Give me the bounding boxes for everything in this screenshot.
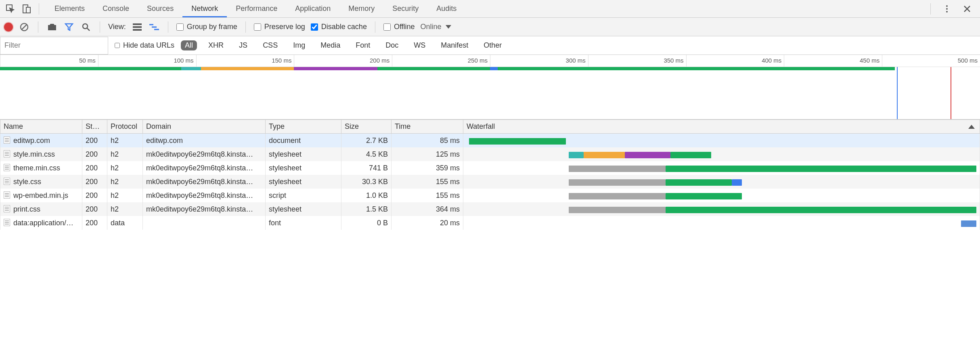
col-protocol[interactable]: Protocol <box>107 120 143 134</box>
table-header-row: Name St… Protocol Domain Type Size Time … <box>0 120 980 134</box>
table-cell: style.min.css <box>0 147 82 161</box>
table-cell: 30.3 KB <box>341 175 392 189</box>
type-filter-doc[interactable]: Doc <box>381 40 402 50</box>
file-icon <box>4 178 10 185</box>
clear-icon[interactable] <box>19 21 30 33</box>
filter-icon[interactable] <box>63 21 75 33</box>
disable-cache-label: Disable cache <box>321 23 367 31</box>
type-filter-other[interactable]: Other <box>480 40 506 50</box>
table-row[interactable]: style.css200h2mk0editwpoy6e29m6tq8.kinst… <box>0 175 980 189</box>
waterfall-cell <box>463 134 980 148</box>
preserve-log-label: Preserve log <box>264 23 305 31</box>
waterfall-segment <box>666 193 742 199</box>
table-cell: mk0editwpoy6e29m6tq8.kinsta… <box>143 175 266 189</box>
waterfall-segment <box>961 220 976 227</box>
hide-data-urls-label: Hide data URLs <box>123 41 174 50</box>
svg-rect-9 <box>133 26 142 28</box>
table-row[interactable]: data:application/…200datafont0 B20 ms <box>0 216 980 230</box>
waterfall-segment <box>666 166 976 172</box>
group-by-frame-checkbox[interactable]: Group by frame <box>176 23 237 31</box>
view-waterfall-icon[interactable] <box>149 21 160 33</box>
waterfall-cell <box>463 175 980 189</box>
waterfall-segment <box>584 152 624 158</box>
table-row[interactable]: style.min.css200h2mk0editwpoy6e29m6tq8.k… <box>0 147 980 161</box>
table-cell: data:application/… <box>0 216 82 230</box>
table-cell: 1.0 KB <box>341 189 392 202</box>
table-cell: wp-embed.min.js <box>0 189 82 202</box>
type-filter-css[interactable]: CSS <box>259 40 282 50</box>
divider <box>168 21 168 33</box>
tab-audits[interactable]: Audits <box>427 0 465 17</box>
table-cell: data <box>107 216 143 230</box>
table-row[interactable]: print.css200h2mk0editwpoy6e29m6tq8.kinst… <box>0 202 980 216</box>
overview-bars <box>0 67 980 71</box>
waterfall-segment <box>569 166 666 172</box>
overview-segment <box>201 67 294 70</box>
type-filter-js[interactable]: JS <box>235 40 251 50</box>
tab-elements[interactable]: Elements <box>46 0 94 17</box>
svg-point-7 <box>83 24 88 29</box>
preserve-log-checkbox[interactable]: Preserve log <box>254 23 305 31</box>
col-time[interactable]: Time <box>392 120 463 134</box>
timeline-overview[interactable]: 50 ms100 ms150 ms200 ms250 ms300 ms350 m… <box>0 55 980 120</box>
offline-checkbox[interactable]: Offline <box>383 23 415 31</box>
table-cell: 85 ms <box>392 134 463 148</box>
table-cell: h2 <box>107 175 143 189</box>
col-type[interactable]: Type <box>266 120 341 134</box>
file-icon <box>4 150 10 157</box>
search-icon[interactable] <box>80 21 92 33</box>
col-name[interactable]: Name <box>0 120 82 134</box>
close-icon[interactable] <box>959 1 975 17</box>
divider <box>39 3 39 15</box>
ruler-tick: 350 ms <box>588 55 686 67</box>
more-menu-icon[interactable] <box>939 1 955 17</box>
filter-input[interactable] <box>0 37 108 55</box>
hide-data-urls-checkbox[interactable]: Hide data URLs <box>115 41 174 50</box>
waterfall-segment <box>670 152 711 158</box>
inspect-element-icon[interactable] <box>2 1 19 17</box>
type-filter-all[interactable]: All <box>181 40 197 50</box>
table-row[interactable]: theme.min.css200h2mk0editwpoy6e29m6tq8.k… <box>0 161 980 175</box>
table-cell: style.css <box>0 175 82 189</box>
overview-segment <box>377 67 490 70</box>
capture-screenshots-icon[interactable] <box>46 21 58 33</box>
table-cell: mk0editwpoy6e29m6tq8.kinsta… <box>143 202 266 216</box>
tab-security[interactable]: Security <box>383 0 427 17</box>
table-cell: h2 <box>107 202 143 216</box>
table-row[interactable]: editwp.com200h2editwp.comdocument2.7 KB8… <box>0 134 980 148</box>
type-filter-font[interactable]: Font <box>352 40 374 50</box>
type-filter-manifest[interactable]: Manifest <box>437 40 472 50</box>
device-toolbar-icon[interactable] <box>19 1 35 17</box>
type-filter-media[interactable]: Media <box>316 40 344 50</box>
overview-segment <box>0 67 181 70</box>
table-cell: 200 <box>82 202 107 216</box>
view-large-icon[interactable] <box>132 21 143 33</box>
file-icon <box>4 205 10 212</box>
tab-memory[interactable]: Memory <box>339 0 383 17</box>
table-cell: 1.5 KB <box>341 202 392 216</box>
type-filter-img[interactable]: Img <box>289 40 309 50</box>
table-row[interactable]: wp-embed.min.js200h2mk0editwpoy6e29m6tq8… <box>0 189 980 202</box>
type-filter-xhr[interactable]: XHR <box>204 40 228 50</box>
throttling-select[interactable]: Online <box>421 23 451 31</box>
tab-sources[interactable]: Sources <box>138 0 182 17</box>
record-button[interactable] <box>4 23 13 31</box>
tab-performance[interactable]: Performance <box>227 0 286 17</box>
col-waterfall[interactable]: Waterfall <box>463 120 980 134</box>
disable-cache-checkbox[interactable]: Disable cache <box>311 23 367 31</box>
tab-application[interactable]: Application <box>286 0 339 17</box>
overview-segment <box>294 67 377 70</box>
col-domain[interactable]: Domain <box>143 120 266 134</box>
svg-point-5 <box>946 11 948 13</box>
tab-network[interactable]: Network <box>182 0 227 17</box>
table-cell: stylesheet <box>266 202 341 216</box>
waterfall-segment <box>666 207 976 213</box>
svg-point-3 <box>946 5 948 7</box>
col-status[interactable]: St… <box>82 120 107 134</box>
table-cell: theme.min.css <box>0 161 82 175</box>
table-cell: 200 <box>82 216 107 230</box>
type-filter-ws[interactable]: WS <box>410 40 429 50</box>
svg-rect-8 <box>133 23 142 25</box>
tab-console[interactable]: Console <box>94 0 138 17</box>
col-size[interactable]: Size <box>341 120 392 134</box>
